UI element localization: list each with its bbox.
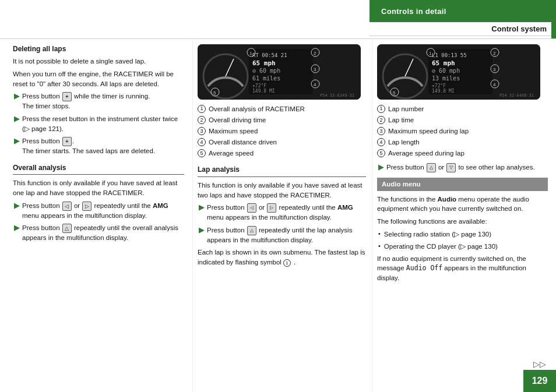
svg-text:5: 5 xyxy=(213,90,216,96)
right-num-5: 5 xyxy=(377,149,385,157)
mid-list-item-4: 4 Overall distance driven xyxy=(198,137,366,147)
left-column: Deleting all laps It is not possible to … xyxy=(0,38,192,392)
plus-button-icon: + xyxy=(62,92,72,101)
svg-text:149.8 MI: 149.8 MI xyxy=(252,89,275,94)
delete-bullet-1: ▶ Press button + while the timer is runn… xyxy=(13,91,184,111)
audio-menu-title: Audio menu xyxy=(382,181,420,188)
audio-dot-2: • xyxy=(378,242,381,251)
deleting-laps-body1: It is not possible to delete a single sa… xyxy=(13,56,184,66)
overall-analysis-title: Overall analysis xyxy=(13,163,184,175)
lap-arrow-1: ▶ xyxy=(199,203,204,213)
lap-analysis-body2: Each lap is shown in its own submenu. Th… xyxy=(198,248,366,267)
main-content: Deleting all laps It is not possible to … xyxy=(0,38,556,392)
audio-menu-header: Audio menu xyxy=(377,178,548,191)
delete-bullet-2-text: Press the reset button in the instrument… xyxy=(22,114,184,133)
right-num-4: 4 xyxy=(377,138,385,146)
flashing-symbol: 1 xyxy=(283,259,291,267)
num-4: 4 xyxy=(198,138,206,146)
instrument-display-1: RT 00:54 21 65 mph ⊘ 60 mph 61 miles +72… xyxy=(198,44,361,100)
right-list-text-2: Lap time xyxy=(388,115,414,125)
overall-bullet-2-text: Press button △ repeatedly until the over… xyxy=(22,223,184,243)
mid-numbered-list: 1 Overall analysis of RACETIMER 2 Overal… xyxy=(198,104,366,158)
right-up-btn: △ xyxy=(427,163,436,172)
svg-text:1: 1 xyxy=(249,51,252,56)
overall-analysis-body1: This function is only available if you h… xyxy=(13,178,184,197)
svg-text:4: 4 xyxy=(493,82,496,87)
instrument-display-2: L1 00:13 55 65 mph ⊘ 60 mph 13 miles +72… xyxy=(377,44,540,100)
next-page-arrow: ▷▷ xyxy=(533,359,546,369)
svg-text:3: 3 xyxy=(314,67,316,72)
lap-arrow-2: ▶ xyxy=(199,225,204,235)
mid-list-text-4: Overall distance driven xyxy=(209,137,277,147)
lap-bullet-2-text: Press button △ repeatedly until the lap … xyxy=(207,225,366,245)
svg-text:2: 2 xyxy=(314,51,316,56)
svg-text:5: 5 xyxy=(393,90,396,96)
overall-bullet-1: ▶ Press button ◁ or ▷ repeatedly until t… xyxy=(13,201,184,221)
svg-text:P54 32-6349-31: P54 32-6349-31 xyxy=(320,93,354,98)
header-right: Controls in detail xyxy=(370,0,556,22)
mid-list-text-5: Average speed xyxy=(209,149,254,158)
lap-bullet-1: ▶ Press button ◁ or ▷ repeatedly until t… xyxy=(198,203,366,223)
right-list-item-1: 1 Lap number xyxy=(377,104,548,114)
right-bullet-1-text: Press button △ or ▽ to see other lap ana… xyxy=(386,163,548,172)
delete-bullet-1-text: Press button + while the timer is runnin… xyxy=(22,91,184,111)
nav-right-icon: ▷ xyxy=(82,202,92,211)
bullet-arrow-4: ▶ xyxy=(14,201,19,211)
header-left xyxy=(0,0,370,22)
bullet-arrow-5: ▶ xyxy=(14,223,19,233)
subheader-title: Control system xyxy=(491,24,547,33)
right-list-item-5: 5 Average speed during lap xyxy=(377,149,548,158)
deleting-all-laps-section: Deleting all laps It is not possible to … xyxy=(13,44,184,156)
audio-body-3: If no audio equipment is currently switc… xyxy=(377,254,548,283)
audio-bold: Audio xyxy=(438,196,457,203)
num-2: 2 xyxy=(198,116,206,124)
delete-bullet-3-text: Press button +.The timer starts. The sav… xyxy=(22,136,184,156)
mid-list-item-1: 1 Overall analysis of RACETIMER xyxy=(198,104,366,114)
lap-bullet-1-text: Press button ◁ or ▷ repeatedly until the… xyxy=(207,203,366,223)
audio-item-1-text: Selecting radio station (▷ page 130) xyxy=(384,229,491,239)
svg-text:149.8 MI: 149.8 MI xyxy=(432,89,455,94)
delete-bullet-3: ▶ Press button +.The timer starts. The s… xyxy=(13,136,184,156)
overall-analysis-section: Overall analysis This function is only a… xyxy=(13,163,184,243)
right-list-text-4: Lap length xyxy=(388,137,420,147)
svg-text:RT  00:54 21: RT 00:54 21 xyxy=(252,52,287,58)
bullet-arrow-2: ▶ xyxy=(14,114,19,124)
page-number-text: 129 xyxy=(532,376,548,386)
lap-nav-left: ◁ xyxy=(247,203,256,213)
lap-up-btn: △ xyxy=(247,226,256,235)
mid-list-item-2: 2 Overall driving time xyxy=(198,115,366,125)
svg-text:65 mph: 65 mph xyxy=(432,59,455,67)
lap-analysis-section: Lap analysis This function is only avail… xyxy=(198,165,366,267)
mid-list-item-3: 3 Maximum speed xyxy=(198,126,366,136)
right-list-text-1: Lap number xyxy=(388,104,424,114)
right-list-text-3: Maximum speed during lap xyxy=(388,126,469,136)
right-list-item-4: 4 Lap length xyxy=(377,137,548,147)
audio-item-2: • Operating the CD player (▷ page 130) xyxy=(377,242,548,251)
right-num-3: 3 xyxy=(377,127,385,135)
gauge-svg-1: RT 00:54 21 65 mph ⊘ 60 mph 61 miles +72… xyxy=(198,44,361,100)
bullet-arrow-3: ▶ xyxy=(14,136,19,146)
right-list-item-2: 2 Lap time xyxy=(377,115,548,125)
bullet-arrow-1: ▶ xyxy=(14,91,19,101)
right-list-item-3: 3 Maximum speed during lap xyxy=(377,126,548,136)
right-arrow-1: ▶ xyxy=(378,163,383,172)
svg-text:+72°F: +72°F xyxy=(252,83,266,89)
plus-button-icon-2: + xyxy=(62,137,72,146)
right-bullet-1: ▶ Press button △ or ▽ to see other lap a… xyxy=(377,163,548,172)
svg-text:2: 2 xyxy=(493,51,496,56)
right-list-text-5: Average speed during lap xyxy=(388,149,464,158)
overall-bullet-2: ▶ Press button △ repeatedly until the ov… xyxy=(13,223,184,243)
delete-bullet-2: ▶ Press the reset button in the instrume… xyxy=(13,114,184,133)
mid-list-text-1: Overall analysis of RACETIMER xyxy=(209,104,305,114)
audio-off-text: Audio Off xyxy=(406,264,442,272)
svg-text:+72°F: +72°F xyxy=(432,83,446,89)
svg-text:61 miles: 61 miles xyxy=(252,75,280,82)
mid-list-text-2: Overall driving time xyxy=(209,115,266,125)
num-3: 3 xyxy=(198,127,206,135)
svg-text:4: 4 xyxy=(314,82,316,87)
up-button-icon: △ xyxy=(62,224,72,233)
middle-column: RT 00:54 21 65 mph ⊘ 60 mph 61 miles +72… xyxy=(192,38,372,392)
deleting-laps-body2: When you turn off the engine, the RACETI… xyxy=(13,69,184,89)
svg-text:⊘ 60 mph: ⊘ 60 mph xyxy=(252,68,280,74)
svg-text:3: 3 xyxy=(493,67,496,72)
